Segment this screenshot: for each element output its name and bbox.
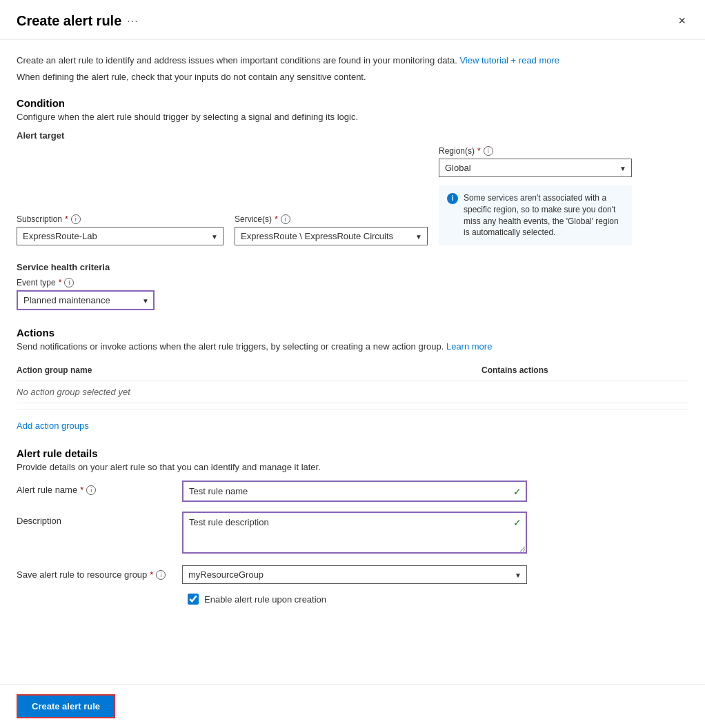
- actions-title: Actions: [17, 327, 688, 338]
- resource-group-select-wrap: myResourceGroup ▼: [182, 565, 527, 584]
- alert-rule-name-input[interactable]: [182, 481, 527, 502]
- region-info-text: Some services aren't associated with a s…: [464, 192, 624, 239]
- condition-subtitle: Configure when the alert rule should tri…: [17, 112, 688, 122]
- intro-text2: When defining the alert rule, check that…: [17, 70, 688, 84]
- region-required: *: [477, 146, 481, 156]
- alert-rule-details-section: Alert rule details Provide details on yo…: [17, 447, 688, 605]
- create-alert-rule-button[interactable]: Create alert rule: [17, 694, 115, 718]
- resource-group-label: Save alert rule to resource group * i: [17, 565, 182, 580]
- alert-rule-name-row: Alert rule name * i ✓: [17, 481, 688, 502]
- alert-rule-name-info-icon[interactable]: i: [86, 485, 96, 495]
- subscription-required: *: [65, 214, 68, 224]
- description-check-icon: ✓: [513, 517, 522, 528]
- event-type-required: *: [59, 278, 62, 287]
- alert-target-label: Alert target: [17, 130, 688, 141]
- col-contains-actions: Contains actions: [481, 360, 688, 381]
- description-row: Description Test rule description ✓: [17, 512, 688, 556]
- subscription-label: Subscription * i: [17, 214, 224, 224]
- resource-group-row: Save alert rule to resource group * i my…: [17, 565, 688, 584]
- add-action-groups-link[interactable]: Add action groups: [17, 421, 89, 431]
- panel-title: Create alert rule: [17, 13, 121, 29]
- panel-body: Create an alert rule to identify and add…: [0, 40, 705, 683]
- service-health-criteria: Service health criteria Event type * i P…: [17, 262, 688, 310]
- region-info-icon[interactable]: i: [484, 146, 493, 156]
- description-label: Description: [17, 512, 182, 526]
- actions-section: Actions Send notifications or invoke act…: [17, 327, 688, 431]
- event-type-row: Event type * i Planned maintenance ▼: [17, 278, 688, 310]
- col-action-group-name: Action group name: [17, 360, 481, 381]
- no-action-row: No action group selected yet: [17, 381, 688, 403]
- service-info-icon[interactable]: i: [281, 214, 290, 224]
- condition-section-title: Condition: [17, 97, 688, 109]
- event-type-group: Event type * i Planned maintenance ▼: [17, 278, 155, 310]
- region-select-wrapper: Global ▼: [439, 159, 632, 177]
- close-icon: ×: [678, 14, 686, 28]
- description-input[interactable]: Test rule description: [182, 512, 527, 554]
- region-info-box: i Some services aren't associated with a…: [439, 185, 632, 245]
- description-input-wrap: Test rule description ✓: [182, 512, 527, 556]
- panel-options-icon[interactable]: ···: [127, 15, 138, 28]
- service-health-label: Service health criteria: [17, 262, 688, 272]
- service-required: *: [275, 214, 278, 224]
- actions-table: Action group name Contains actions No ac…: [17, 360, 688, 403]
- region-label: Region(s) * i: [439, 146, 632, 156]
- panel: Create alert rule ··· × Create an alert …: [0, 0, 705, 728]
- panel-footer: Create alert rule: [0, 684, 705, 728]
- event-type-label: Event type * i: [17, 278, 155, 287]
- event-type-select[interactable]: Planned maintenance: [17, 290, 155, 310]
- subscription-group: Subscription * i ExpressRoute-Lab ▼: [17, 214, 224, 245]
- subscription-select-wrapper: ExpressRoute-Lab ▼: [17, 227, 224, 245]
- resource-group-required: *: [150, 569, 153, 580]
- enable-label: Enable alert rule upon creation: [204, 594, 326, 605]
- region-group: Region(s) * i Global ▼ i Some services a…: [439, 146, 632, 245]
- resource-group-info-icon[interactable]: i: [156, 570, 166, 580]
- alert-rule-name-check-icon: ✓: [513, 486, 522, 497]
- details-subtitle: Provide details on your alert rule so th…: [17, 462, 688, 472]
- region-info-circle-icon: i: [447, 193, 458, 204]
- actions-table-header-row: Action group name Contains actions: [17, 360, 688, 381]
- event-type-info-icon[interactable]: i: [64, 278, 74, 287]
- details-title: Alert rule details: [17, 447, 688, 459]
- event-type-select-wrapper: Planned maintenance ▼: [17, 290, 155, 310]
- resource-group-select[interactable]: myResourceGroup: [182, 565, 527, 584]
- alert-target-row: Subscription * i ExpressRoute-Lab ▼ Serv…: [17, 146, 688, 245]
- service-label: Service(s) * i: [235, 214, 428, 224]
- actions-divider: [17, 409, 688, 410]
- alert-rule-name-label: Alert rule name * i: [17, 481, 182, 495]
- panel-header: Create alert rule ··· ×: [0, 0, 705, 40]
- close-button[interactable]: ×: [675, 11, 688, 31]
- alert-rule-name-input-wrap: ✓: [182, 481, 527, 502]
- service-group: Service(s) * i ExpressRoute \ ExpressRou…: [235, 214, 428, 245]
- region-select[interactable]: Global: [439, 159, 632, 177]
- alert-rule-name-required: *: [80, 485, 83, 495]
- service-select[interactable]: ExpressRoute \ ExpressRoute Circuits: [235, 227, 428, 245]
- subscription-info-icon[interactable]: i: [71, 214, 81, 224]
- service-select-wrapper: ExpressRoute \ ExpressRoute Circuits ▼: [235, 227, 428, 245]
- learn-more-link[interactable]: Learn more: [446, 341, 492, 352]
- resource-group-select-wrapper: myResourceGroup ▼: [182, 565, 527, 584]
- enable-checkbox[interactable]: [188, 594, 199, 605]
- panel-title-area: Create alert rule ···: [17, 13, 139, 29]
- enable-checkbox-row: Enable alert rule upon creation: [17, 594, 688, 605]
- intro-text: Create an alert rule to identify and add…: [17, 54, 688, 68]
- no-action-text: No action group selected yet: [17, 381, 688, 403]
- view-tutorial-link[interactable]: View tutorial + read more: [459, 55, 559, 65]
- subscription-select[interactable]: ExpressRoute-Lab: [17, 227, 224, 245]
- actions-subtitle: Send notifications or invoke actions whe…: [17, 341, 688, 352]
